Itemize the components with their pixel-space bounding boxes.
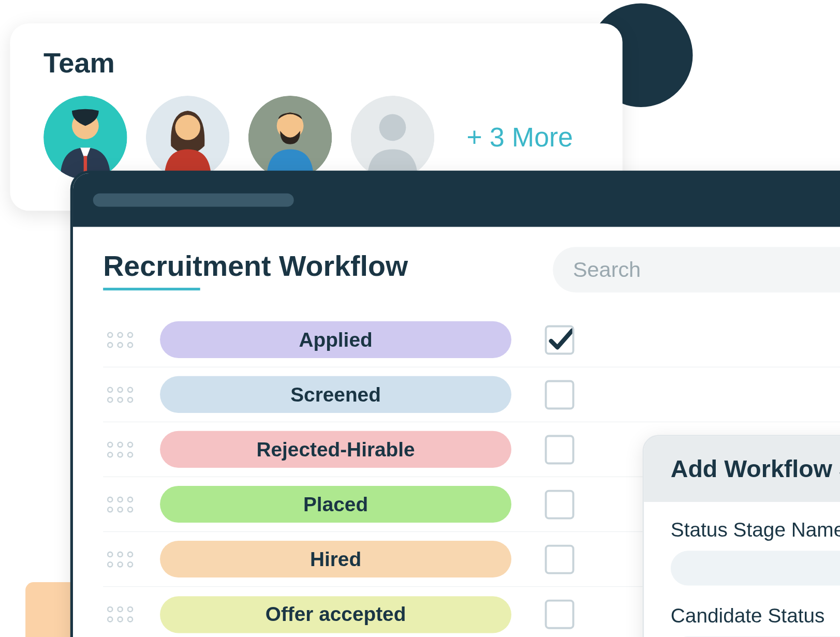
avatar[interactable]	[248, 96, 332, 180]
stage-pill[interactable]: Screened	[160, 376, 511, 413]
stage-row: Applied	[103, 313, 840, 367]
avatar[interactable]	[351, 96, 435, 180]
workflow-title: Recruitment Workflow	[103, 249, 408, 290]
team-avatars-row: + 3 More	[43, 96, 589, 180]
search-input[interactable]: Search	[553, 247, 840, 292]
team-title: Team	[43, 47, 589, 79]
add-panel-title: Add Workflow Stage	[671, 455, 840, 483]
stage-checkbox[interactable]	[545, 325, 574, 354]
drag-handle-icon[interactable]	[103, 606, 137, 623]
status-stage-name-label: Status Stage Name	[671, 519, 840, 541]
more-members-link[interactable]: + 3 More	[466, 123, 573, 153]
stage-checkbox[interactable]	[545, 600, 574, 629]
stage-pill[interactable]: Offer accepted	[160, 596, 511, 633]
svg-rect-2	[84, 156, 87, 172]
drag-handle-icon[interactable]	[103, 441, 137, 457]
window-titlebar	[73, 173, 840, 227]
candidate-status-label: Candidate Status	[671, 604, 840, 627]
svg-point-4	[175, 115, 200, 140]
stage-pill[interactable]: Rejected-Hirable	[160, 431, 511, 468]
drag-handle-icon[interactable]	[103, 332, 137, 348]
add-workflow-stage-panel: Add Workflow Stage Status Stage Name Can…	[642, 435, 840, 637]
stage-pill[interactable]: Applied	[160, 321, 511, 358]
status-stage-name-input[interactable]	[671, 551, 840, 585]
stage-checkbox[interactable]	[545, 490, 574, 519]
stage-checkbox[interactable]	[545, 544, 574, 574]
stage-pill[interactable]: Hired	[160, 541, 511, 577]
titlebar-placeholder	[93, 194, 294, 207]
drag-handle-icon[interactable]	[103, 496, 137, 512]
drag-handle-icon[interactable]	[103, 551, 137, 567]
svg-point-8	[379, 114, 406, 141]
search-placeholder: Search	[573, 257, 641, 282]
stage-row: Screened	[103, 367, 840, 422]
stage-pill[interactable]: Placed	[160, 486, 511, 523]
avatar[interactable]	[146, 96, 230, 180]
stage-checkbox[interactable]	[545, 435, 574, 464]
drag-handle-icon[interactable]	[103, 387, 137, 403]
avatar[interactable]	[43, 96, 127, 180]
stage-checkbox[interactable]	[545, 380, 574, 409]
add-panel-header: Add Workflow Stage	[644, 436, 840, 502]
